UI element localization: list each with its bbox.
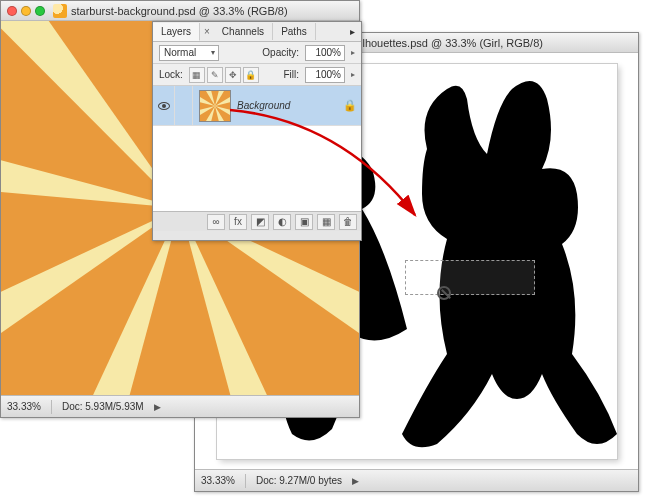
lock-label: Lock: [159, 69, 183, 80]
layers-panel[interactable]: Layers × Channels Paths ▸ Normal Opacity… [152, 21, 362, 241]
minimize-button[interactable] [21, 6, 31, 16]
zoom-level[interactable]: 33.33% [7, 401, 41, 412]
layers-list[interactable]: Background 🔒 [153, 86, 361, 211]
fill-slider-icon[interactable]: ▸ [351, 70, 355, 79]
eye-icon [158, 102, 170, 110]
lock-row: Lock: ▦ ✎ ✥ 🔒 Fill: 100% ▸ [153, 64, 361, 86]
no-drop-cursor-icon [437, 286, 451, 300]
layer-row-background[interactable]: Background 🔒 [153, 86, 361, 126]
tab-channels[interactable]: Channels [214, 23, 273, 40]
blend-mode-select[interactable]: Normal [159, 45, 219, 61]
document-title: ilhouettes.psd @ 33.3% (Girl, RGB/8) [360, 37, 632, 49]
layer-group-button[interactable]: ▣ [295, 214, 313, 230]
layer-lock-icon: 🔒 [339, 99, 361, 112]
window-controls [7, 6, 45, 16]
lock-pixels-button[interactable]: ✎ [207, 67, 223, 83]
panel-footer: ∞ fx ◩ ◐ ▣ ▦ 🗑 [153, 211, 361, 231]
opacity-input[interactable]: 100% [305, 45, 345, 61]
blend-row: Normal Opacity: 100% ▸ [153, 42, 361, 64]
link-layers-button[interactable]: ∞ [207, 214, 225, 230]
status-menu-icon[interactable]: ▶ [154, 402, 161, 412]
adjustment-layer-button[interactable]: ◐ [273, 214, 291, 230]
layer-name[interactable]: Background [237, 100, 339, 111]
lock-all-button[interactable]: 🔒 [243, 67, 259, 83]
tab-close-icon[interactable]: × [200, 26, 214, 37]
tab-layers[interactable]: Layers [153, 23, 200, 41]
layer-thumbnail[interactable] [199, 90, 231, 122]
status-menu-icon[interactable]: ▶ [352, 476, 359, 486]
document-title: starburst-background.psd @ 33.3% (RGB/8) [71, 5, 353, 17]
drag-ghost-outline [405, 260, 535, 295]
close-button[interactable] [7, 6, 17, 16]
zoom-level[interactable]: 33.33% [201, 475, 235, 486]
lock-position-button[interactable]: ✥ [225, 67, 241, 83]
visibility-toggle[interactable] [153, 86, 175, 125]
doc-info: Doc: 5.93M/5.93M [62, 401, 144, 412]
panel-menu-icon[interactable]: ▸ [344, 26, 361, 37]
status-bar: 33.33% Doc: 9.27M/0 bytes ▶ [195, 469, 638, 491]
tab-paths[interactable]: Paths [273, 23, 316, 40]
layer-mask-button[interactable]: ◩ [251, 214, 269, 230]
opacity-label: Opacity: [262, 47, 299, 58]
link-column[interactable] [175, 86, 193, 125]
new-layer-button[interactable]: ▦ [317, 214, 335, 230]
layer-effects-button[interactable]: fx [229, 214, 247, 230]
document-icon [53, 4, 67, 18]
titlebar[interactable]: starburst-background.psd @ 33.3% (RGB/8) [1, 1, 359, 21]
fill-label: Fill: [283, 69, 299, 80]
doc-info: Doc: 9.27M/0 bytes [256, 475, 342, 486]
fill-input[interactable]: 100% [305, 67, 345, 83]
lock-buttons: ▦ ✎ ✥ 🔒 [189, 67, 259, 83]
delete-layer-button[interactable]: 🗑 [339, 214, 357, 230]
lock-transparency-button[interactable]: ▦ [189, 67, 205, 83]
opacity-slider-icon[interactable]: ▸ [351, 48, 355, 57]
zoom-button[interactable] [35, 6, 45, 16]
status-bar: 33.33% Doc: 5.93M/5.93M ▶ [1, 395, 359, 417]
panel-tabs: Layers × Channels Paths ▸ [153, 22, 361, 42]
